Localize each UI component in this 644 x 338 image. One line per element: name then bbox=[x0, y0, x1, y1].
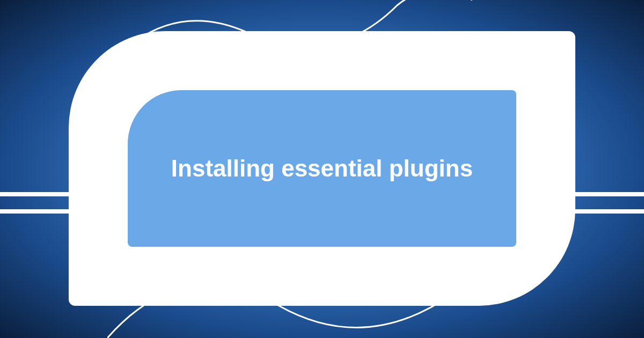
inner-content-panel: Installing essential plugins bbox=[128, 90, 516, 247]
page-title: Installing essential plugins bbox=[171, 155, 473, 182]
